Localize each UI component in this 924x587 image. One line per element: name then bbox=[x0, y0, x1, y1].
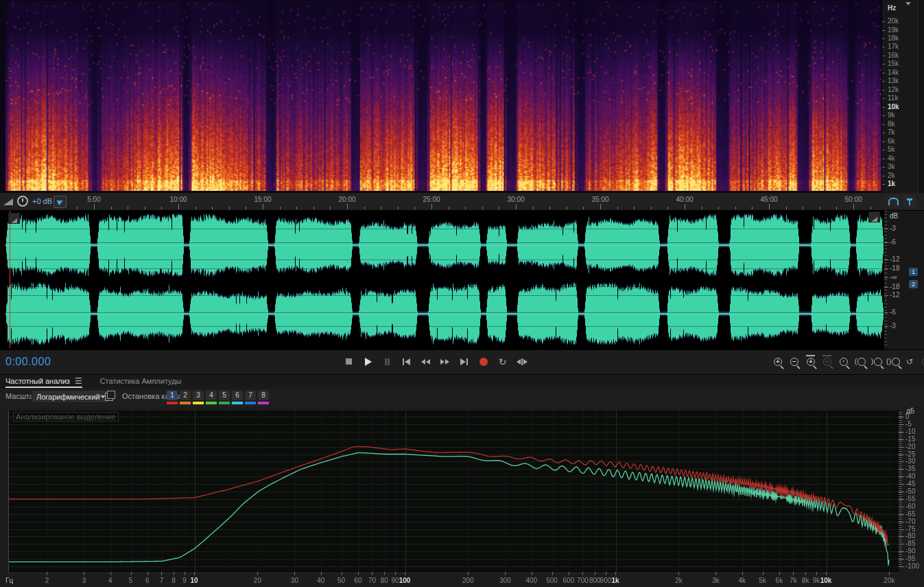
spectrum-freq-tick bbox=[742, 572, 743, 575]
freq-ruler-tick bbox=[882, 184, 885, 185]
timeline-label: 25:00 bbox=[420, 196, 443, 203]
spectrum-freq-label: 800 bbox=[589, 577, 601, 584]
spectrum-freq-tick bbox=[779, 572, 780, 575]
zoom-to-selection-button[interactable]: () bbox=[886, 354, 900, 369]
frame-hold-button-7[interactable]: 7 bbox=[245, 391, 256, 400]
frame-hold-button-2[interactable]: 2 bbox=[180, 391, 191, 400]
spectrum-db-label: -40 bbox=[905, 473, 915, 480]
spectrum-freq-tick bbox=[257, 572, 258, 575]
freq-ruler-label: 8k bbox=[888, 121, 895, 128]
fast-forward-button[interactable] bbox=[438, 354, 452, 369]
restore-zoom-button[interactable]: ↺ bbox=[903, 354, 916, 369]
tab-amplitude-statistics[interactable]: Статистика Амплитуды bbox=[100, 375, 182, 387]
copy-button[interactable] bbox=[105, 393, 113, 401]
marker-pin-button[interactable] bbox=[903, 195, 916, 208]
spectrum-db-tick bbox=[899, 432, 904, 433]
timeline-tick bbox=[549, 207, 550, 209]
playhead-line[interactable] bbox=[10, 211, 10, 348]
zoom-reset-button[interactable]: · bbox=[837, 354, 851, 369]
timeline-tick bbox=[449, 207, 449, 209]
skip-to-start-button[interactable] bbox=[399, 354, 414, 369]
spectrum-freq-label: 9 bbox=[182, 577, 187, 584]
spectrum-freq-label: 40 bbox=[317, 577, 324, 584]
frame-hold-item: 7 bbox=[245, 391, 256, 404]
spectrum-db-label: -70 bbox=[905, 518, 915, 525]
stop-button[interactable] bbox=[342, 354, 356, 369]
freq-ruler-tick bbox=[882, 133, 885, 133]
zoom-bar bbox=[806, 355, 815, 356]
playhead-pin-button[interactable] bbox=[54, 196, 67, 208]
waveform-display[interactable] bbox=[5, 211, 884, 348]
spectrum-freq-label: 3 bbox=[82, 577, 86, 584]
marker-pin-icon bbox=[909, 198, 910, 205]
db-ruler-label: -3 bbox=[890, 225, 896, 232]
play-button[interactable] bbox=[361, 354, 375, 369]
frame-hold-color-bar bbox=[206, 402, 217, 404]
frame-hold-button-1[interactable]: 1 bbox=[167, 391, 178, 400]
spectrum-freq-tick bbox=[321, 572, 322, 575]
channel-badge[interactable]: 1 bbox=[909, 268, 918, 276]
panel-menu-icon[interactable]: ☰ bbox=[75, 378, 82, 384]
timeline-tick bbox=[246, 207, 246, 209]
spectrum-freq-label: 300 bbox=[499, 577, 511, 584]
zoom-out-time-button[interactable]: − bbox=[820, 354, 834, 369]
spectrogram-panel: Hz 20k19k18k17k16k15k14k13k12k11k10k9k8k… bbox=[0, 0, 924, 194]
freq-ruler-label: 14k bbox=[888, 69, 899, 76]
spectrogram-display[interactable] bbox=[5, 1, 881, 191]
rewind-button[interactable] bbox=[418, 354, 433, 369]
frame-hold-button-5[interactable]: 5 bbox=[219, 391, 230, 400]
freq-ruler-tick bbox=[882, 167, 885, 168]
freq-ruler-label: 12k bbox=[888, 87, 899, 93]
freq-ruler-tick bbox=[882, 38, 885, 39]
panel-menu-caret-icon[interactable] bbox=[905, 2, 911, 5]
frame-hold-color-bar bbox=[245, 402, 256, 404]
spectrum-freq-label: 7 bbox=[160, 577, 164, 584]
timeline-label: 45:00 bbox=[757, 196, 781, 203]
wave-gain-handle-left[interactable] bbox=[8, 213, 20, 224]
frequency-ruler[interactable]: Hz 20k19k18k17k16k15k14k13k12k11k10k9k8k… bbox=[881, 0, 919, 193]
gain-value-label[interactable]: +0 dB bbox=[32, 197, 52, 205]
timeline-tick bbox=[77, 207, 78, 209]
timeline-tick bbox=[634, 207, 635, 209]
zoom-selection-left-button[interactable]: ( bbox=[853, 354, 867, 369]
analysis-controls: Масштаб: Логарифмический Остановка кадра… bbox=[0, 389, 924, 407]
fast-forward-icon bbox=[445, 359, 449, 365]
frame-hold-button-8[interactable]: 8 bbox=[258, 391, 269, 400]
db-ruler-label: -3 bbox=[890, 323, 896, 330]
zoom-in-button[interactable]: + bbox=[771, 354, 785, 369]
skip-mode-button[interactable] bbox=[514, 354, 529, 369]
frame-hold-button-3[interactable]: 3 bbox=[193, 391, 204, 400]
channel-badge[interactable]: 2 bbox=[909, 280, 918, 288]
amplitude-ruler-ticks bbox=[884, 211, 887, 348]
frame-hold-item: 1 bbox=[167, 391, 178, 404]
spectrum-freq-label: 80 bbox=[381, 577, 388, 584]
snap-magnet-button[interactable] bbox=[887, 195, 900, 208]
zoom-in-icon: + bbox=[774, 358, 782, 366]
db-ruler-label: -12 bbox=[890, 256, 899, 263]
timeline-ruler[interactable]: +0 dB 5:0010:0015:0020:0025:0030:0035:00… bbox=[0, 193, 924, 211]
wave-gain-handle-right[interactable] bbox=[868, 211, 880, 222]
clock-icon[interactable] bbox=[17, 196, 28, 207]
zoom-full-button[interactable] bbox=[919, 354, 924, 369]
frame-hold-color-bar bbox=[193, 402, 204, 404]
record-button[interactable] bbox=[476, 354, 490, 369]
scale-select[interactable]: Логарифмический bbox=[32, 390, 110, 403]
loop-playback-button[interactable]: ↻ bbox=[495, 354, 510, 369]
spectrum-freq-tick bbox=[763, 572, 763, 575]
zoom-out-button[interactable]: − bbox=[787, 354, 801, 369]
spectrum-plot[interactable]: Анализированое выделение bbox=[8, 411, 899, 573]
tab-frequency-analysis[interactable]: Частотный анализ ☰ bbox=[5, 375, 82, 388]
pause-button[interactable] bbox=[380, 354, 394, 369]
gain-ramp-icon[interactable] bbox=[3, 198, 13, 205]
frame-hold-button-4[interactable]: 4 bbox=[206, 391, 217, 400]
spectrum-db-tick bbox=[899, 461, 904, 462]
frame-hold-button-6[interactable]: 6 bbox=[232, 391, 243, 400]
time-display[interactable]: 0:00.000 bbox=[5, 356, 51, 368]
freq-ruler-tick bbox=[882, 141, 885, 142]
amplitude-ruler[interactable]: dB -3-6-12-18-∞-18-12-6-312 bbox=[884, 211, 924, 349]
zoom-in-time-button[interactable]: + bbox=[804, 354, 818, 369]
freq-ruler-tick bbox=[882, 73, 885, 73]
timeline-tick bbox=[364, 207, 365, 209]
zoom-selection-right-button[interactable]: ) bbox=[870, 354, 884, 369]
skip-to-end-button[interactable] bbox=[457, 354, 471, 369]
